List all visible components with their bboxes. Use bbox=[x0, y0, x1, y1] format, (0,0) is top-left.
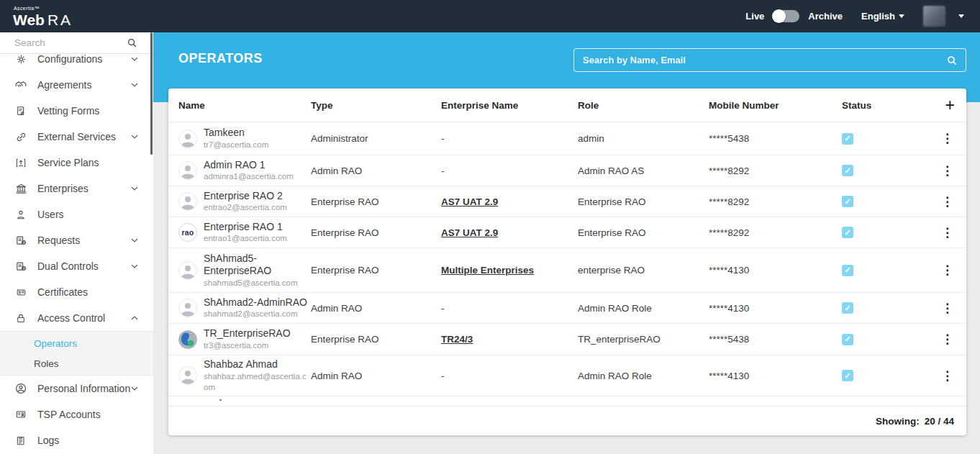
webra-logo[interactable]: Ascertia™ Web RA bbox=[13, 6, 73, 27]
row-menu-kebab-icon[interactable]: ⋮ bbox=[938, 196, 956, 208]
operator-email: tr3@ascertia.com bbox=[204, 340, 291, 351]
row-menu-kebab-icon[interactable]: ⋮ bbox=[938, 333, 956, 345]
name-cell: Tamkeen tr7@ascertia.com bbox=[178, 127, 311, 150]
user-avatar[interactable] bbox=[923, 6, 945, 27]
operator-type: Administrator bbox=[311, 133, 441, 144]
sidebar-item-personal-information[interactable]: Personal Information bbox=[0, 376, 153, 401]
status-checkbox[interactable] bbox=[842, 302, 853, 314]
table-row[interactable]: Enterprise RAO 2 entrao2@ascertia.com En… bbox=[168, 186, 966, 217]
sidebar-item-tsp-accounts[interactable]: TSP Accounts bbox=[0, 401, 153, 427]
table-row[interactable]: rao Enterprise RAO 1 entrao1@ascertia.co… bbox=[168, 217, 966, 248]
operators-search-box[interactable] bbox=[573, 48, 966, 72]
link-icon bbox=[14, 130, 27, 143]
table-row[interactable]: Admin RAO 1 adminra1@ascertia.com Admin … bbox=[168, 155, 966, 186]
live-archive-toggle[interactable] bbox=[773, 10, 799, 22]
status-checkbox[interactable] bbox=[842, 334, 853, 345]
status-checkbox[interactable] bbox=[842, 370, 853, 381]
sidebar-item-label: Users bbox=[37, 209, 64, 220]
sidebar-item-label: Access Control bbox=[37, 312, 105, 324]
sidebar-item-label: Logs bbox=[37, 435, 59, 446]
operator-type: Enterprise RAO bbox=[311, 227, 441, 238]
sidebar-item-certificates[interactable]: Certificates bbox=[0, 279, 153, 305]
sidebar-item-label: Service Plans bbox=[37, 157, 99, 168]
status-checkbox[interactable] bbox=[842, 133, 853, 145]
sidebar-item-label: External Services bbox=[37, 131, 116, 142]
chevron-icon bbox=[130, 81, 139, 89]
sidebar-item-dual-controls[interactable]: Dual Controls bbox=[0, 253, 153, 279]
language-dropdown[interactable]: English bbox=[861, 11, 904, 22]
enterprise-link[interactable]: TR24/3 bbox=[441, 334, 578, 345]
language-caret-icon bbox=[899, 14, 904, 18]
sidebar-item-enterprises[interactable]: Enterprises bbox=[0, 176, 153, 201]
sidebar-item-requests[interactable]: Requests bbox=[0, 227, 153, 253]
sidebar-subitem-operators[interactable]: Operators bbox=[0, 333, 153, 353]
operators-search-input[interactable] bbox=[574, 55, 946, 65]
chevron-icon bbox=[130, 55, 139, 63]
user-menu-caret-icon[interactable] bbox=[958, 14, 964, 18]
row-menu-kebab-icon[interactable]: ⋮ bbox=[938, 227, 956, 239]
enterprise-link[interactable]: AS7 UAT 2.9 bbox=[441, 196, 578, 207]
operator-role: Admin RAO Role bbox=[578, 371, 709, 381]
mobile-number: *****8292 bbox=[709, 196, 842, 207]
operator-email: entrao2@ascertia.com bbox=[204, 202, 287, 213]
row-menu-kebab-icon[interactable]: ⋮ bbox=[938, 302, 956, 314]
topbar-actions: Live Archive English bbox=[745, 6, 964, 27]
operators-table-card: NameTypeEnterprise NameRoleMobile Number… bbox=[168, 88, 966, 435]
ascertia-brand-label: Ascertia™ bbox=[14, 6, 73, 11]
table-row[interactable]: ShAhmad2-AdminRAO shahmad2@ascertia.com … bbox=[168, 293, 966, 324]
table-row[interactable]: Tamkeen tr7@ascertia.com Administrator -… bbox=[168, 122, 966, 155]
table-row[interactable]: ShAhmad5-EnterpriseRAO shahmad5@ascertia… bbox=[168, 248, 966, 293]
sidebar-item-access-control[interactable]: Access Control bbox=[0, 305, 153, 331]
mobile-number: *****4130 bbox=[709, 303, 842, 314]
person-avatar bbox=[178, 299, 197, 317]
row-menu-kebab-icon[interactable]: ⋮ bbox=[938, 132, 956, 145]
sidebar-item-logs[interactable]: Logs bbox=[0, 427, 153, 453]
sidebar-item-label: Dual Controls bbox=[37, 260, 99, 272]
archive-label: Archive bbox=[808, 11, 843, 22]
name-cell: rao Enterprise RAO 1 entrao1@ascertia.co… bbox=[178, 221, 311, 244]
row-menu-kebab-icon[interactable]: ⋮ bbox=[938, 165, 956, 177]
dual-controls-icon bbox=[14, 260, 27, 273]
sidebar-search[interactable] bbox=[0, 32, 153, 54]
table-row[interactable]: TR_EnterpriseRAO tr3@ascertia.com Enterp… bbox=[168, 324, 966, 355]
sidebar-item-agreements[interactable]: Agreements bbox=[0, 72, 153, 98]
showing-label: Showing: bbox=[876, 416, 920, 427]
enterprise-link[interactable]: Multiple Enterprises bbox=[441, 265, 578, 276]
mobile-number: *****4130 bbox=[709, 265, 842, 276]
chevron-icon bbox=[130, 184, 139, 193]
status-checkbox[interactable] bbox=[842, 265, 853, 276]
logo-ra-text: RA bbox=[47, 12, 73, 27]
person-avatar bbox=[178, 192, 197, 211]
access-control-submenu: Operators Roles bbox=[0, 331, 153, 376]
name-cell: Enterprise RAO 2 entrao2@ascertia.com bbox=[178, 190, 311, 213]
sidebar-item-label: Agreements bbox=[37, 79, 91, 91]
sidebar-item-users[interactable]: Users bbox=[0, 201, 153, 227]
column-header-role: Role bbox=[578, 100, 709, 111]
table-row[interactable]: Shahbaz Ahmad shahbaz.ahmed@ascertia.com… bbox=[168, 355, 966, 396]
enterprise-link[interactable]: AS7 UAT 2.9 bbox=[441, 227, 578, 238]
status-checkbox[interactable] bbox=[842, 196, 853, 207]
sidebar-item-vetting-forms[interactable]: Vetting Forms bbox=[0, 98, 153, 124]
operator-name: Shahbaz Ahmad bbox=[204, 358, 309, 371]
operator-type: Enterprise RAO bbox=[311, 265, 441, 276]
operator-type: Admin RAO bbox=[311, 303, 441, 314]
row-menu-kebab-icon[interactable]: ⋮ bbox=[938, 370, 956, 382]
sidebar-item-service-plans[interactable]: Service Plans bbox=[0, 150, 153, 176]
search-icon[interactable] bbox=[946, 55, 958, 66]
main-content: OPERATORS NameTypeEnterprise NameRoleMob… bbox=[153, 32, 980, 454]
name-cell: ShAhmad2-AdminRAO shahmad2@ascertia.com bbox=[178, 296, 311, 319]
request-icon bbox=[14, 234, 27, 247]
add-operator-button[interactable]: + bbox=[944, 97, 956, 114]
operator-name: ShAhmad5-EnterpriseRAO bbox=[204, 253, 309, 278]
toggle-knob[interactable] bbox=[772, 9, 786, 23]
row-menu-kebab-icon[interactable]: ⋮ bbox=[938, 264, 956, 276]
chevron-up-icon bbox=[130, 314, 139, 322]
status-checkbox[interactable] bbox=[842, 165, 853, 176]
sidebar-subitem-roles[interactable]: Roles bbox=[0, 353, 153, 373]
sidebar-search-input[interactable] bbox=[0, 37, 115, 48]
sidebar-item-external-services[interactable]: External Services bbox=[0, 124, 153, 150]
operator-name: Tamkeen bbox=[204, 127, 268, 140]
tr-logo-avatar bbox=[178, 330, 197, 349]
status-checkbox[interactable] bbox=[842, 227, 853, 238]
sidebar-scrollbar[interactable] bbox=[150, 32, 153, 155]
